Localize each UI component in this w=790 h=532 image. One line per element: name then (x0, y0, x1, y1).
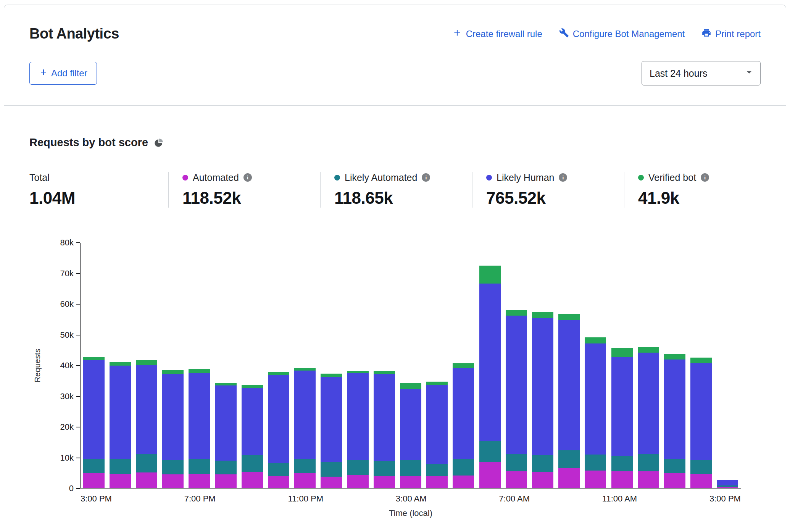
bar-segment-likely-human (664, 360, 685, 459)
bar-group (292, 368, 318, 488)
bar-segment-likely-automated (347, 460, 369, 475)
stat-value: 41.9k (638, 189, 753, 208)
section-title: Requests by bot score (29, 136, 148, 149)
x-tick-label (160, 494, 184, 504)
header-actions: Create firewall rule Configure Bot Manag… (452, 28, 761, 40)
bar-segment-likely-automated (242, 455, 263, 472)
bar-group (477, 266, 503, 488)
bar-group (503, 310, 529, 488)
bar-group (688, 358, 714, 488)
bar-segment-likely-human (479, 284, 501, 441)
bar-segment-automated (83, 473, 105, 488)
bar-segment-likely-automated (532, 455, 553, 472)
info-icon[interactable]: i (701, 173, 709, 182)
x-tick-label (661, 494, 685, 504)
y-tick-label: 0 (69, 484, 74, 493)
bar-segment-likely-automated (374, 461, 395, 476)
likely-automated-legend-dot (334, 175, 340, 181)
bar-segment-verified-bot (532, 312, 553, 318)
wrench-icon (559, 28, 569, 40)
bar-segment-likely-automated (690, 460, 712, 474)
x-tick-label (427, 494, 451, 504)
bar-segment-verified-bot (426, 382, 448, 385)
bar-group (107, 362, 133, 488)
bar-segment-automated (611, 471, 633, 488)
bar-segment-verified-bot (690, 358, 712, 363)
create-firewall-rule-link[interactable]: Create firewall rule (452, 28, 542, 40)
bar-segment-likely-human (189, 373, 210, 459)
bar-segment-likely-human (242, 388, 263, 455)
x-tick-label: 3:00 PM (709, 494, 741, 504)
bar-group (582, 337, 609, 488)
info-icon[interactable]: i (243, 173, 252, 182)
time-range-select[interactable]: Last 24 hours (642, 61, 761, 85)
bar-segment-likely-automated (162, 460, 184, 475)
chevron-down-icon (743, 66, 755, 80)
bar-group (661, 354, 688, 488)
y-tick-mark (76, 335, 80, 335)
stat-likely-human[interactable]: Likely Human i 765.52k (472, 172, 624, 208)
bar-segment-likely-human (136, 365, 157, 454)
bar-segment-likely-human (558, 320, 580, 450)
bar-segment-likely-human (162, 374, 184, 460)
stat-verified-bot[interactable]: Verified bot i 41.9k (624, 172, 761, 208)
stat-value: 118.52k (182, 189, 313, 208)
verified-bot-legend-dot (638, 175, 644, 181)
stats-row: Total 1.04M Automated i 118.52k Likely A… (29, 172, 761, 208)
x-tick-label (264, 494, 288, 504)
x-tick-label (554, 494, 578, 504)
bar-group (450, 363, 477, 488)
bar-group (714, 480, 741, 488)
bar-segment-automated (136, 472, 157, 488)
info-icon[interactable]: i (422, 173, 430, 182)
bar-segment-automated (400, 476, 421, 488)
bar-segment-automated (110, 474, 131, 488)
y-tick-label: 10k (60, 453, 74, 463)
configure-bot-management-label: Configure Bot Management (573, 29, 685, 39)
x-tick-label (685, 494, 709, 504)
bar-segment-verified-bot (110, 362, 131, 366)
plus-icon (39, 68, 48, 79)
automated-legend-dot (182, 175, 188, 181)
time-range-value: Last 24 hours (650, 68, 708, 79)
page-title: Bot Analytics (29, 26, 119, 42)
configure-bot-management-link[interactable]: Configure Bot Management (559, 28, 685, 40)
plot-area (80, 243, 741, 488)
bar-group (556, 314, 582, 488)
add-filter-button[interactable]: Add filter (29, 62, 97, 85)
y-tick-mark (76, 242, 80, 243)
stat-label: Total (29, 172, 50, 183)
bar-segment-likely-automated (664, 459, 685, 472)
y-tick-mark (76, 273, 80, 274)
bar-segment-automated (294, 473, 316, 488)
print-report-link[interactable]: Print report (701, 28, 761, 40)
pie-chart-icon (153, 138, 163, 148)
stat-automated[interactable]: Automated i 118.52k (168, 172, 320, 208)
x-tick-label: 7:00 PM (184, 494, 216, 504)
bar-group (239, 385, 265, 488)
info-icon[interactable]: i (559, 173, 567, 182)
bar-segment-likely-automated (110, 459, 131, 474)
y-tick-label: 40k (60, 361, 74, 371)
bar-segment-likely-automated (479, 441, 501, 462)
bar-segment-likely-human (638, 353, 659, 454)
bar-segment-automated (585, 471, 606, 488)
bar-segment-likely-automated (400, 460, 421, 476)
stat-total: Total 1.04M (29, 172, 168, 208)
bar-segment-verified-bot (162, 370, 184, 374)
bar-group (609, 348, 635, 488)
x-tick-label (323, 494, 347, 504)
y-tick-mark (76, 427, 80, 427)
bar-segment-automated (664, 473, 685, 488)
stat-value: 118.65k (334, 189, 464, 208)
bar-segment-automated (453, 476, 474, 488)
x-tick-label (372, 494, 396, 504)
y-tick-mark (76, 488, 80, 489)
bar-segment-automated (374, 476, 395, 488)
bar-segment-likely-automated (426, 464, 448, 476)
bar-segment-verified-bot (558, 314, 580, 320)
bar-group (371, 371, 397, 488)
stat-likely-automated[interactable]: Likely Automated i 118.65k (320, 172, 472, 208)
bar-group (186, 369, 213, 488)
printer-icon (701, 28, 711, 40)
